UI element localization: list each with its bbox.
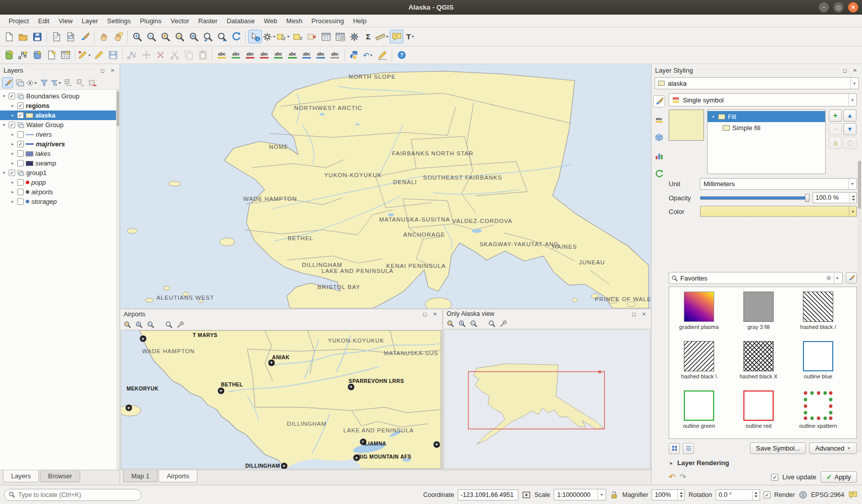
field-calculator-button[interactable]: = [333, 30, 347, 43]
layer-tree[interactable]: ▾ ✓ Boundaries Group ▸ ✓ regions ▸ ✓ ala… [0, 89, 120, 470]
deselect-all-button[interactable] [305, 30, 318, 43]
save-symbol-button[interactable]: Save Symbol... [750, 442, 806, 454]
layer-tree-item-alaska[interactable]: ▸ ✓ alaska [0, 110, 120, 120]
add-symbol-layer-button[interactable]: + [829, 109, 842, 122]
tab-diagrams[interactable] [653, 150, 665, 162]
advanced-button[interactable]: Advanced▾ [809, 442, 857, 454]
move-label-button[interactable]: abc [286, 48, 299, 62]
expander-icon[interactable]: ▸ [10, 113, 15, 118]
symbol-tile[interactable]: hashed black \ [669, 339, 729, 388]
delete-selected-button[interactable] [153, 48, 167, 62]
maximize-button[interactable]: ◻ [833, 2, 844, 13]
expander-icon[interactable]: ▸ [10, 180, 15, 185]
layer-diagram-button[interactable]: abc [229, 48, 243, 62]
dock-settings-button[interactable] [175, 319, 185, 329]
run-feature-action-button[interactable]: ▾ [262, 30, 276, 43]
lock-scale-icon[interactable] [610, 490, 619, 499]
layer-tree-item-rivers[interactable]: ▸ rivers [0, 130, 120, 139]
layer-tree-item-airports[interactable]: ▸ airports [0, 187, 120, 197]
style-manager-button[interactable] [78, 30, 91, 43]
new-virtual-layer-button[interactable] [59, 48, 72, 62]
duplicate-symbol-layer-button[interactable] [843, 137, 856, 149]
icon-view-toggle-button[interactable] [669, 443, 680, 454]
layer-tree-item-lakes[interactable]: ▸ lakes [0, 149, 120, 158]
open-layer-styling-button[interactable] [2, 77, 13, 88]
color-button[interactable]: ▾ [700, 206, 857, 217]
dock-close-icon[interactable]: ✕ [432, 311, 439, 317]
list-view-toggle-button[interactable] [683, 443, 694, 454]
dock-float-icon[interactable]: ◻ [630, 311, 637, 317]
layer-tree-item-majrivers[interactable]: ▸ ✓ majrivers [0, 139, 120, 149]
layer-selector-combo[interactable]: alaska ▾ [655, 77, 859, 89]
layer-tree-item-storagep[interactable]: ▸ storagep [0, 197, 120, 206]
current-edits-button[interactable]: ▾ [78, 48, 91, 62]
clear-filter-icon[interactable]: ⊗ [826, 274, 831, 282]
panel-float-icon[interactable]: ◻ [99, 68, 106, 73]
open-attribute-table-button[interactable] [319, 30, 333, 43]
menu-web[interactable]: Web [259, 16, 282, 26]
map-canvas[interactable]: NORTH SLOPE NORTHWEST ARCTIC NOME YUKON-… [120, 64, 651, 309]
map-tips-button[interactable] [390, 30, 403, 43]
layers-scrollbar[interactable] [116, 90, 120, 470]
layer-tree-group1[interactable]: ▾ ✓ group1 [0, 168, 120, 178]
layer-checkbox[interactable] [17, 179, 24, 186]
dock-zoom-full-button[interactable] [445, 318, 455, 328]
coordinate-input[interactable] [458, 489, 518, 500]
symbol-tile[interactable]: outline red [729, 388, 788, 437]
zoom-out-button[interactable]: − [144, 30, 158, 43]
copy-features-button[interactable] [182, 48, 195, 62]
style-manager-shortcut-button[interactable] [846, 272, 857, 284]
symbol-tile[interactable]: outline green [669, 388, 729, 437]
alaska-view-canvas[interactable] [444, 329, 651, 469]
cut-features-button[interactable] [168, 48, 181, 62]
tab-map1[interactable]: Map 1 [123, 470, 157, 482]
render-checkbox[interactable]: ✓ [764, 491, 771, 498]
tab-labels[interactable]: abc [653, 114, 665, 126]
layer-checkbox[interactable] [17, 189, 24, 195]
select-by-expression-button[interactable]: ε [291, 30, 304, 43]
rotate-label-button[interactable]: abc [300, 48, 313, 62]
symbol-tile[interactable]: hashed black / [788, 289, 848, 339]
minimize-button[interactable]: − [819, 2, 829, 13]
menu-processing[interactable]: Processing [307, 16, 348, 26]
pan-to-selection-button[interactable] [111, 30, 125, 43]
expander-icon[interactable]: ▸ [10, 151, 15, 156]
symbol-tree-simple-fill[interactable]: Simple fill [708, 122, 825, 133]
text-annotation-button[interactable]: T▾ [404, 30, 417, 43]
menu-project[interactable]: Project [4, 16, 33, 26]
statistics-button[interactable]: Σ [361, 30, 375, 43]
undo-style-icon[interactable]: ↶ [669, 473, 675, 481]
tab-layers[interactable]: Layers [3, 470, 39, 482]
zoom-last-button[interactable] [201, 30, 214, 43]
new-temporary-scratch-layer-button[interactable] [44, 48, 58, 62]
expand-all-button[interactable] [63, 77, 74, 88]
new-project-button[interactable] [2, 30, 16, 43]
dock-zoom-in-button[interactable]: + [457, 318, 467, 328]
zoom-next-button[interactable] [215, 30, 229, 43]
menu-edit[interactable]: Edit [33, 16, 53, 26]
rotation-spinbox[interactable]: 0.0 ° [716, 489, 760, 500]
refresh-map-button[interactable] [229, 30, 243, 43]
highlight-pinned-labels-button[interactable]: abc [243, 48, 257, 62]
collapse-all-button[interactable] [75, 77, 86, 88]
zoom-in-button[interactable]: + [130, 30, 144, 43]
locate-input[interactable] [18, 491, 137, 498]
opacity-slider[interactable] [700, 193, 810, 202]
menu-mesh[interactable]: Mesh [282, 16, 307, 26]
lock-color-button[interactable] [829, 137, 842, 149]
open-project-button[interactable] [16, 30, 30, 43]
layer-checkbox[interactable] [17, 131, 24, 138]
symbol-tree-fill[interactable]: ▾ Fill [708, 111, 825, 122]
pin-unpin-labels-button[interactable]: abc [257, 48, 271, 62]
label-toolbar-extra-button[interactable]: abc [328, 48, 342, 62]
move-down-button[interactable]: ▼ [843, 123, 856, 135]
change-label-button[interactable]: abc [314, 48, 328, 62]
dock-zoom-out-button[interactable]: − [145, 319, 155, 329]
remove-symbol-layer-button[interactable]: − [829, 123, 842, 135]
manage-map-themes-button[interactable]: ▾ [26, 77, 37, 88]
messages-icon[interactable] [848, 490, 858, 499]
save-layer-edits-button[interactable] [106, 48, 120, 62]
opacity-slider-handle[interactable] [805, 194, 810, 202]
symbol-type-combo[interactable]: Single symbol ▾ [669, 93, 857, 106]
help-button[interactable]: ? [395, 48, 408, 62]
